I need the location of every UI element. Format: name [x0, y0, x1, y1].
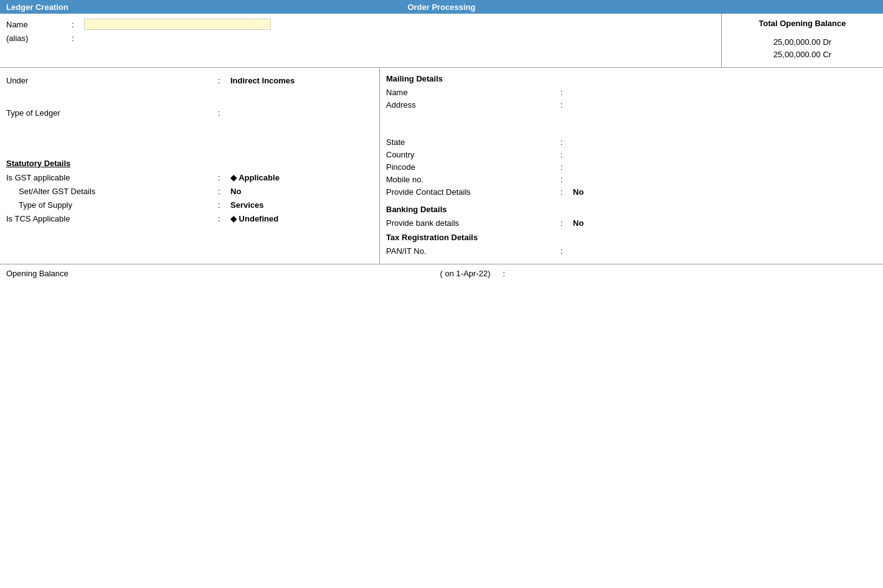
provide-bank-row: Provide bank details : No: [386, 217, 877, 230]
is-tcs-row: Is TCS Applicable : ◆ Undefined: [6, 212, 373, 226]
mailing-address-colon: :: [560, 100, 573, 110]
mailing-country-label: Country: [386, 150, 560, 159]
on-date-label: ( on 1-Apr-22): [440, 269, 491, 278]
mailing-mobile-colon: :: [560, 175, 573, 184]
is-tcs-value[interactable]: ◆ Undefined: [230, 214, 278, 223]
is-tcs-colon: :: [218, 214, 230, 223]
tax-reg-title: Tax Registration Details: [386, 233, 877, 242]
type-of-ledger-colon: :: [218, 108, 230, 118]
mailing-pincode-row: Pincode :: [386, 161, 877, 174]
top-header: Ledger Creation Order Processing: [0, 0, 883, 14]
pan-label: PAN/IT No.: [386, 246, 560, 256]
pan-colon: :: [560, 246, 573, 256]
opening-balance-panel: Total Opening Balance 25,00,000.00 Dr 25…: [721, 14, 883, 67]
mailing-state-label: State: [386, 138, 560, 147]
under-row: Under : Indirect Incomes: [6, 74, 373, 88]
type-of-supply-row: Type of Supply : Services: [6, 198, 373, 212]
type-of-supply-value[interactable]: Services: [230, 200, 264, 210]
set-alter-value[interactable]: No: [230, 187, 241, 196]
mailing-address-row: Address :: [386, 99, 877, 136]
top-area: Name : (alias) : Total Opening Balance 2…: [0, 14, 883, 68]
alias-row: (alias) :: [6, 34, 715, 43]
is-gst-colon: :: [218, 173, 230, 182]
under-label: Under: [6, 76, 218, 85]
provide-contact-value[interactable]: No: [573, 187, 583, 197]
type-of-ledger-row: Type of Ledger :: [6, 106, 373, 120]
mailing-pincode-colon: :: [560, 162, 573, 172]
name-colon: :: [72, 20, 81, 29]
name-input[interactable]: [84, 19, 271, 30]
pan-row: PAN/IT No. :: [386, 245, 877, 258]
body-right-inner: Mailing Details Name : Address : State :: [386, 74, 877, 258]
provide-contact-row: Provide Contact Details : No: [386, 186, 877, 198]
provide-bank-value[interactable]: No: [573, 218, 583, 228]
mailing-country-row: Country :: [386, 149, 877, 161]
provide-contact-colon: :: [560, 187, 573, 197]
is-gst-row: Is GST applicable : ◆ Applicable: [6, 171, 373, 185]
is-gst-label: Is GST applicable: [6, 173, 218, 182]
body-area: Under : Indirect Incomes Type of Ledger …: [0, 68, 883, 264]
top-left-fields: Name : (alias) :: [0, 14, 721, 67]
mailing-title: Mailing Details: [386, 74, 877, 83]
cr-balance: 25,00,000.00 Cr: [728, 50, 877, 59]
under-colon: :: [218, 76, 230, 85]
is-gst-value[interactable]: ◆ Applicable: [230, 173, 280, 182]
set-alter-row: Set/Alter GST Details : No: [6, 185, 373, 198]
bottom-footer: Opening Balance ( on 1-Apr-22) :: [0, 264, 883, 282]
under-value[interactable]: Indirect Incomes: [230, 76, 295, 85]
mailing-name-row: Name :: [386, 86, 877, 99]
type-of-supply-label: Type of Supply: [6, 200, 218, 210]
dr-balance: 25,00,000.00 Dr: [728, 37, 877, 47]
type-of-supply-colon: :: [218, 200, 230, 210]
footer-colon: :: [503, 269, 506, 278]
mailing-country-colon: :: [560, 150, 573, 159]
header-left-title: Ledger Creation: [6, 2, 296, 12]
type-of-ledger-label: Type of Ledger: [6, 108, 218, 118]
provide-bank-colon: :: [560, 218, 573, 228]
total-opening-title: Total Opening Balance: [728, 19, 877, 28]
mailing-state-colon: :: [560, 138, 573, 147]
mailing-pincode-label: Pincode: [386, 162, 560, 172]
mailing-mobile-label: Mobile no.: [386, 175, 560, 184]
is-tcs-label: Is TCS Applicable: [6, 214, 218, 223]
provide-bank-label: Provide bank details: [386, 218, 560, 228]
banking-title: Banking Details: [386, 205, 877, 214]
alias-colon: :: [72, 34, 81, 43]
header-center-title: Order Processing: [296, 2, 587, 12]
body-right: Mailing Details Name : Address : State :: [380, 68, 883, 264]
mailing-address-label: Address: [386, 100, 560, 110]
mailing-name-colon: :: [560, 88, 573, 97]
set-alter-label: Set/Alter GST Details: [6, 187, 218, 196]
alias-label: (alias): [6, 34, 68, 43]
statutory-heading: Statutory Details: [6, 159, 373, 168]
mailing-mobile-row: Mobile no. :: [386, 174, 877, 186]
name-label: Name: [6, 20, 68, 29]
mailing-state-row: State :: [386, 136, 877, 149]
set-alter-colon: :: [218, 187, 230, 196]
name-row: Name :: [6, 19, 715, 30]
body-left: Under : Indirect Incomes Type of Ledger …: [0, 68, 380, 264]
mailing-name-label: Name: [386, 88, 560, 97]
opening-balance-footer-label: Opening Balance: [6, 269, 68, 278]
provide-contact-label: Provide Contact Details: [386, 187, 560, 197]
